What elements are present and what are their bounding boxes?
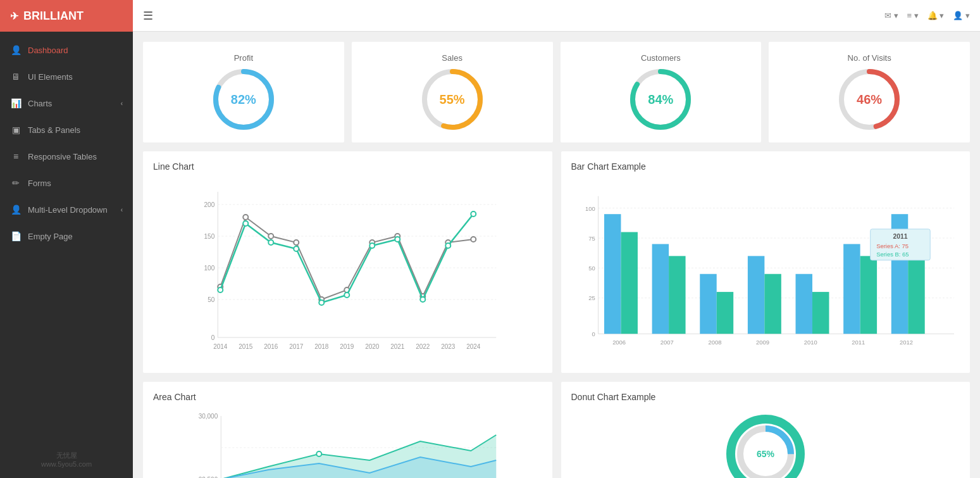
sidebar-item-multi-level[interactable]: 👤 Multi-Level Dropdown ‹ [0,196,133,223]
svg-point-95 [316,451,321,456]
bar-chart-title: Bar Chart Example [571,161,960,172]
chevron-icon: ‹ [121,100,123,107]
line-chart-wrap: 0 50 100 150 200 2014 2015 2016 2017 201… [153,179,542,363]
svg-text:2024: 2024 [466,343,481,350]
svg-rect-79 [860,256,876,334]
svg-rect-73 [764,274,781,334]
nav-label-tabs-panels: Tabs & Panels [28,125,80,135]
brand-logo[interactable]: ✈ BRILLIANT [0,0,133,32]
svg-rect-76 [812,292,828,334]
topbar-action-0[interactable]: ✉ ▾ [884,11,898,20]
bar-chart-card: Bar Chart Example 0 25 50 [561,151,971,373]
svg-text:100: 100 [585,205,595,212]
svg-rect-67 [669,256,685,334]
svg-text:2009: 2009 [756,339,769,346]
svg-rect-64 [621,232,637,334]
svg-text:65%: 65% [757,449,775,459]
nav-label-ui-elements: UI Elements [28,72,73,82]
svg-text:2023: 2023 [441,343,456,350]
stat-card-title-1: Sales [442,53,462,63]
svg-point-42 [243,221,248,226]
nav-icon-responsive-tables: ≡ [10,151,22,161]
nav-label-dashboard: Dashboard [28,46,68,55]
svg-text:30,000: 30,000 [199,413,218,420]
nav-icon-dashboard: 👤 [10,45,22,55]
stat-donut-2: 84% [629,68,692,131]
svg-text:50: 50 [208,296,215,303]
svg-text:100: 100 [204,265,215,272]
svg-text:2018: 2018 [314,343,329,350]
area-chart-title: Area Chart [153,392,542,402]
sidebar-item-empty-page[interactable]: 📄 Empty Page [0,223,133,249]
nav-icon-multi-level: 👤 [10,204,22,215]
nav-label-empty-page: Empty Page [28,232,73,241]
stat-donut-3: 46% [838,68,901,131]
bar-chart-svg: 0 25 50 75 100 2006 2007 [571,179,960,363]
svg-rect-63 [604,214,620,334]
stat-donut-0: 82% [212,68,275,131]
nav-icon-forms: ✏ [10,178,22,188]
area-chart-svg: 22,500 30,000 [153,410,542,478]
donut-chart-card: Donut Chart Example 65% [561,382,971,478]
svg-text:25: 25 [588,294,595,301]
plane-icon: ✈ [10,10,18,22]
svg-text:2021: 2021 [390,343,405,350]
svg-rect-72 [747,256,764,334]
topbar: ☰ ✉ ▾≡ ▾🔔 ▾👤 ▾ [133,0,980,32]
topbar-action-2[interactable]: 🔔 ▾ [927,11,945,20]
svg-text:Series A: 75: Series A: 75 [876,242,909,249]
svg-text:0: 0 [211,334,215,341]
svg-text:2011: 2011 [893,233,907,240]
stat-card-title-0: Profit [234,53,253,63]
svg-text:2012: 2012 [899,339,912,346]
stat-card-title-3: No. of Visits [848,53,891,63]
stat-card-2: Customers 84% [561,42,762,142]
sidebar-item-charts[interactable]: 📊 Charts ‹ [0,90,133,116]
svg-point-32 [268,234,273,239]
line-chart-svg: 0 50 100 150 200 2014 2015 2016 2017 201… [153,179,542,363]
svg-text:2019: 2019 [340,343,354,350]
sidebar-item-responsive-tables[interactable]: ≡ Responsive Tables [0,143,133,170]
svg-text:200: 200 [204,201,215,208]
sidebar-item-ui-elements[interactable]: 🖥 UI Elements [0,63,133,90]
svg-text:50: 50 [588,265,595,272]
sidebar-item-tabs-panels[interactable]: ▣ Tabs & Panels [0,116,133,143]
stat-cards-row: Profit 82% Sales 55% Customers [143,42,970,142]
nav-label-charts: Charts [28,99,52,108]
svg-point-33 [294,240,299,245]
svg-text:2006: 2006 [612,339,626,346]
sidebar-nav: 👤 Dashboard 🖥 UI Elements 📊 Charts ‹ ▣ T… [0,32,133,441]
topbar-action-3[interactable]: 👤 ▾ [953,11,970,20]
chevron-icon: ‹ [121,206,123,213]
svg-text:2010: 2010 [803,339,817,346]
svg-text:2016: 2016 [264,343,278,350]
svg-point-50 [445,243,450,248]
topbar-actions: ✉ ▾≡ ▾🔔 ▾👤 ▾ [884,11,970,20]
menu-icon[interactable]: ☰ [143,9,153,23]
svg-point-43 [268,240,273,245]
stat-value-2: 84% [648,92,673,107]
svg-text:2007: 2007 [660,339,673,346]
line-chart-title: Line Chart [153,161,542,172]
stat-card-0: Profit 82% [143,42,344,142]
brand-name: BRILLIANT [23,9,84,23]
stat-value-1: 55% [440,92,465,107]
svg-point-48 [395,237,400,242]
svg-rect-69 [700,274,716,334]
stat-donut-1: 55% [421,68,484,131]
svg-point-45 [319,300,324,305]
svg-point-46 [344,292,349,298]
donut-chart-wrap: 65% [571,410,960,478]
svg-text:0: 0 [592,330,595,337]
svg-text:Series B: 65: Series B: 65 [876,251,909,258]
area-chart-wrap: 22,500 30,000 [153,410,542,478]
svg-text:2011: 2011 [852,339,865,346]
svg-rect-75 [795,274,812,334]
topbar-action-1[interactable]: ≡ ▾ [907,11,919,20]
sidebar-item-dashboard[interactable]: 👤 Dashboard [0,37,133,63]
sidebar-item-forms[interactable]: ✏ Forms [0,170,133,196]
nav-label-forms: Forms [28,179,51,188]
nav-icon-empty-page: 📄 [10,231,22,241]
svg-point-51 [471,211,476,217]
svg-point-31 [243,215,248,220]
